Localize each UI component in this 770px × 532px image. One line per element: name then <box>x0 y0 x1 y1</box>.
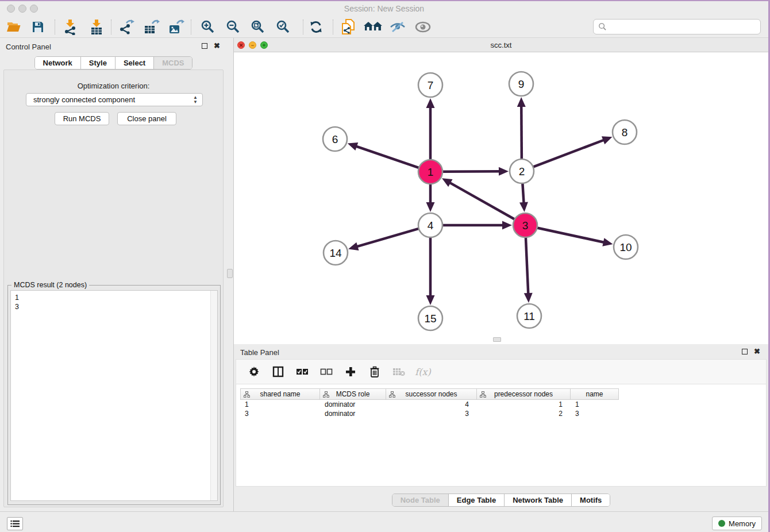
tab-network[interactable]: Network <box>35 57 81 69</box>
export-image-icon[interactable] <box>166 18 187 36</box>
edge-arrowhead <box>602 238 613 246</box>
network-canvas[interactable]: 7968124314101511 <box>234 52 768 344</box>
tab-select[interactable]: Select <box>116 57 154 69</box>
edge-3-10[interactable] <box>537 228 605 242</box>
table-cell[interactable]: 4 <box>386 400 477 409</box>
edge-2-9[interactable] <box>521 106 522 159</box>
column-header-successor-nodes[interactable]: successor nodes <box>386 388 477 400</box>
mcds-result-title: MCDS result (2 nodes) <box>11 281 89 289</box>
optimization-criterion-select[interactable]: strongly connected component ▲▼ <box>26 93 203 106</box>
export-network-icon[interactable] <box>116 18 137 36</box>
deselect-all-columns-icon[interactable] <box>320 365 333 378</box>
node-label-9: 9 <box>518 78 525 90</box>
memory-button[interactable]: Memory <box>712 516 762 530</box>
tab-motifs[interactable]: Motifs <box>572 494 610 506</box>
edge-arrowhead <box>517 97 526 107</box>
tab-node-table[interactable]: Node Table <box>392 494 449 506</box>
node-label-4: 4 <box>428 219 434 232</box>
save-session-icon[interactable] <box>28 18 48 36</box>
table-row[interactable]: 3dominator323 <box>240 409 619 418</box>
node-label-8: 8 <box>622 126 628 138</box>
table-cell[interactable]: dominator <box>320 409 386 418</box>
table-float-icon[interactable] <box>742 349 748 354</box>
application-window: Session: New Session <box>0 0 770 532</box>
select-all-columns-icon[interactable] <box>296 365 309 378</box>
column-header-name[interactable]: name <box>571 388 619 400</box>
show-eye-icon[interactable] <box>413 18 433 36</box>
import-network-icon[interactable] <box>60 18 80 36</box>
zoom-out-icon[interactable] <box>223 18 244 36</box>
mcds-result-textarea[interactable]: 1 3 <box>10 290 218 501</box>
refresh-layout-icon[interactable] <box>306 18 326 36</box>
main-toolbar <box>0 16 768 38</box>
criterion-selected-value: strongly connected component <box>33 95 135 104</box>
edge-2-8[interactable] <box>533 140 605 167</box>
edge-3-11[interactable] <box>526 237 528 294</box>
memory-status-dot-icon <box>718 520 725 527</box>
edge-arrowhead <box>524 293 533 303</box>
panel-divider-grip[interactable] <box>227 269 233 278</box>
zoom-fit-icon[interactable] <box>248 18 268 36</box>
import-table-icon[interactable] <box>86 18 107 36</box>
edge-arrowhead <box>502 221 512 230</box>
column-header-mcds-role[interactable]: MCDS role <box>320 388 386 400</box>
delete-column-trash-icon[interactable] <box>368 365 381 378</box>
edge-1-6[interactable] <box>356 146 419 168</box>
delete-table-icon <box>392 365 405 378</box>
table-panel-title: Table Panel <box>240 348 279 357</box>
table-cell[interactable]: 1 <box>571 400 619 409</box>
zoom-selected-icon[interactable] <box>273 18 294 36</box>
control-panel: Control Panel ✖ NetworkStyleSelectMCDS O… <box>0 38 227 509</box>
table-cell[interactable]: 2 <box>477 409 571 418</box>
node-label-7: 7 <box>428 79 434 91</box>
column-settings-gear-icon[interactable] <box>248 365 260 378</box>
table-cell[interactable]: 3 <box>386 409 477 418</box>
table-panel: Table Panel ✖ <box>234 344 768 511</box>
memory-label: Memory <box>729 519 756 528</box>
zoom-in-icon[interactable] <box>198 18 218 36</box>
edge-arrowhead <box>499 167 509 176</box>
tab-style[interactable]: Style <box>81 57 116 69</box>
table-cell[interactable]: 1 <box>477 400 571 409</box>
close-panel-button[interactable]: Close panel <box>117 112 176 125</box>
column-header-shared-name[interactable]: shared name <box>240 388 320 400</box>
list-icon <box>10 520 20 527</box>
edge-arrowhead <box>426 295 435 305</box>
tab-network-table[interactable]: Network Table <box>505 494 572 506</box>
node-label-15: 15 <box>424 313 436 325</box>
table-cell[interactable]: 3 <box>240 409 320 418</box>
task-history-button[interactable] <box>7 517 23 530</box>
node-table: shared nameMCDS rolesuccessor nodesprede… <box>240 388 619 418</box>
tab-edge-table[interactable]: Edge Table <box>449 494 505 506</box>
edge-2-3[interactable] <box>522 183 523 203</box>
table-cell[interactable]: 3 <box>571 409 619 418</box>
table-close-icon[interactable]: ✖ <box>754 349 760 354</box>
edge-arrowhead <box>426 98 435 108</box>
search-box[interactable] <box>593 19 761 34</box>
control-panel-tabs: NetworkStyleSelectMCDS <box>0 56 227 70</box>
export-table-icon[interactable] <box>141 18 162 36</box>
add-column-icon[interactable] <box>344 365 357 378</box>
tab-mcds[interactable]: MCDS <box>154 57 192 69</box>
hide-eye-slash-icon[interactable] <box>387 18 408 36</box>
table-cell[interactable]: dominator <box>320 400 386 409</box>
table-cell[interactable]: 1 <box>240 400 320 409</box>
show-columns-icon[interactable] <box>272 365 284 378</box>
edge-3-1[interactable] <box>449 183 515 219</box>
search-input[interactable] <box>607 21 760 33</box>
run-mcds-button[interactable]: Run MCDS <box>55 112 109 125</box>
home-network-icon[interactable] <box>363 18 383 36</box>
network-table-divider-grip[interactable] <box>493 337 501 342</box>
float-panel-icon[interactable] <box>202 43 207 49</box>
edge-1-2[interactable] <box>442 171 500 172</box>
edge-arrowhead <box>348 242 359 250</box>
node-label-1: 1 <box>428 166 434 178</box>
edge-4-14[interactable] <box>356 229 418 247</box>
table-row[interactable]: 1dominator411 <box>240 400 619 409</box>
open-session-icon[interactable] <box>3 18 24 36</box>
column-header-predecessor-nodes[interactable]: predecessor nodes <box>477 388 571 400</box>
clone-network-icon[interactable] <box>338 18 359 36</box>
network-titlebar: ✕ − + scc.txt <box>234 38 768 52</box>
close-panel-icon[interactable]: ✖ <box>214 43 220 49</box>
result-scrollbar[interactable] <box>210 291 217 500</box>
